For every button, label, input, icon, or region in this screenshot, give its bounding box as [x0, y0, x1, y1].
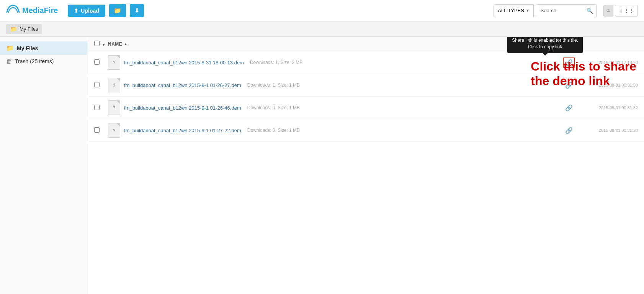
folder-icon: 📁: [10, 26, 17, 33]
share-link-button-3[interactable]: 🔗: [564, 103, 574, 113]
select-all-checkbox[interactable]: [94, 41, 100, 46]
upload-icon: ⬆: [74, 8, 78, 14]
file-name-col: ? fm_buildaboat_canal_b12wn 2015-8-31 18…: [108, 55, 561, 70]
view-toggle: ≡ ⋮⋮⋮: [603, 5, 638, 16]
mediafire-logo-icon: [6, 4, 20, 17]
logo-text: MediaFire: [22, 6, 58, 15]
filter-label: ALL TYPES: [498, 8, 524, 13]
row-check-col: [94, 127, 108, 134]
file-checkbox-3[interactable]: [94, 105, 100, 110]
sidebar-folder-icon: 📁: [6, 44, 14, 52]
file-name-2[interactable]: fm_buildaboat_canal_b12wn 2015-9-1 01-26…: [124, 82, 241, 88]
breadcrumb-bar: 📁 My Files: [0, 21, 644, 37]
link-col-1: 🔗: [561, 57, 577, 68]
file-date-1: 2015-08-31 17:13:20: [577, 60, 638, 65]
file-meta-3: Downloads: 0, Size: 1 MB: [247, 105, 300, 110]
link-col-2: 🔗: [561, 80, 577, 90]
search-icon: 🔍: [587, 8, 593, 14]
upload-button[interactable]: ⬆ Upload: [68, 5, 105, 17]
file-type-icon: ?: [108, 123, 120, 138]
file-checkbox-4[interactable]: [94, 127, 100, 133]
file-date-2: 2015-09-01 00:31:50: [577, 83, 638, 87]
file-checkbox-1[interactable]: [94, 59, 100, 65]
file-meta-2: Downloads: 1, Size: 1 MB: [247, 82, 300, 88]
download-button[interactable]: ⬇: [130, 4, 144, 17]
sidebar-item-my-files[interactable]: 📁 My Files: [0, 41, 88, 55]
breadcrumb-label: My Files: [20, 26, 38, 32]
filter-dropdown[interactable]: ALL TYPES ▼: [494, 4, 534, 17]
link-col-3: 🔗: [561, 103, 577, 113]
sort-icon[interactable]: ▲: [124, 42, 127, 46]
row-check-col: [94, 59, 108, 66]
table-row: ? fm_buildaboat_canal_b12wn 2015-9-1 01-…: [88, 97, 644, 119]
file-name-col: ? fm_buildaboat_canal_b12wn 2015-9-1 01-…: [108, 123, 561, 138]
header: MediaFire ⬆ Upload 📁 ⬇ ALL TYPES ▼ 🔍 ≡ ⋮…: [0, 0, 644, 21]
search-input[interactable]: [541, 8, 587, 13]
share-link-button-1[interactable]: 🔗: [563, 57, 575, 68]
sidebar-trash-icon: 🗑: [6, 58, 12, 64]
search-box: 🔍: [538, 4, 597, 17]
logo-area: MediaFire: [6, 4, 58, 17]
file-checkbox-2[interactable]: [94, 82, 100, 87]
sidebar: 📁 My Files 🗑 Trash (25 items): [0, 37, 88, 294]
file-name-3[interactable]: fm_buildaboat_canal_b12wn 2015-9-1 01-26…: [124, 105, 241, 111]
file-meta-1: Downloads: 1, Size: 3 MB: [250, 60, 302, 65]
breadcrumb-my-files[interactable]: 📁 My Files: [6, 24, 42, 34]
table-row: ? fm_buildaboat_canal_b12wn 2015-9-1 01-…: [88, 119, 644, 142]
main-layout: 📁 My Files 🗑 Trash (25 items) ▼ NAME ▲: [0, 37, 644, 294]
file-name-1[interactable]: fm_buildaboat_canal_b12wn 2015-8-31 18-0…: [124, 60, 244, 66]
share-link-button-2[interactable]: 🔗: [564, 80, 574, 90]
file-name-4[interactable]: fm_buildaboat_canal_b12wn 2015-9-1 01-27…: [124, 128, 241, 133]
sidebar-my-files-label: My Files: [17, 45, 38, 51]
dropdown-arrow-icon: ▼: [526, 8, 530, 13]
folder-new-button[interactable]: 📁: [109, 4, 126, 17]
file-area: ▼ NAME ▲ Share link is enabled for this …: [88, 37, 644, 294]
file-meta-4: Downloads: 0, Size: 1 MB: [247, 128, 300, 133]
share-link-button-4[interactable]: 🔗: [564, 125, 574, 136]
grid-view-button[interactable]: ⋮⋮⋮: [615, 5, 638, 16]
share-link-tooltip: Share link is enabled for this file. Cli…: [507, 37, 583, 53]
file-type-icon: ?: [108, 55, 120, 70]
list-view-button[interactable]: ≡: [603, 5, 613, 16]
table-row: ? fm_buildaboat_canal_b12wn 2015-9-1 01-…: [88, 74, 644, 97]
link-col-4: 🔗: [561, 125, 577, 136]
row-check-col: [94, 82, 108, 89]
header-dropdown-arrow[interactable]: ▼: [102, 43, 106, 47]
file-type-icon: ?: [108, 78, 120, 92]
file-name-col: ? fm_buildaboat_canal_b12wn 2015-9-1 01-…: [108, 100, 561, 115]
sidebar-trash-label: Trash (25 items): [15, 58, 54, 64]
file-type-icon: ?: [108, 100, 120, 115]
file-name-col: ? fm_buildaboat_canal_b12wn 2015-9-1 01-…: [108, 78, 561, 92]
file-date-3: 2015-09-01 00:31:32: [577, 105, 638, 110]
tooltip-line2: Click to copy link: [512, 44, 578, 50]
sidebar-item-trash[interactable]: 🗑 Trash (25 items): [0, 55, 88, 67]
header-check-col: ▼: [94, 41, 108, 47]
tooltip-line1: Share link is enabled for this file.: [512, 37, 578, 44]
file-date-4: 2015-09-01 00:31:28: [577, 128, 638, 133]
table-row: Share link is enabled for this file. Cli…: [88, 51, 644, 74]
row-check-col: [94, 105, 108, 111]
